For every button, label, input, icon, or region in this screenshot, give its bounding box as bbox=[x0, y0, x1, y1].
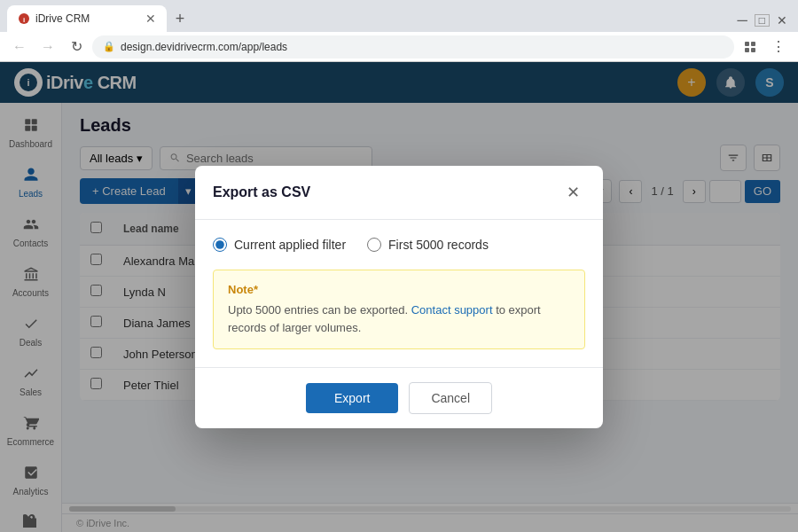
browser-chrome: i iDrive CRM ✕ + ─ □ ✕ ← → ↻ 🔒 design.de… bbox=[0, 0, 798, 62]
extensions-btn[interactable] bbox=[738, 35, 763, 59]
address-bar[interactable]: 🔒 design.devidrivecrm.com/app/leads bbox=[92, 35, 734, 59]
first-5000-label: First 5000 records bbox=[388, 238, 489, 252]
note-text: Upto 5000 entries can be exported. Conta… bbox=[228, 301, 570, 336]
url-text: design.devidrivecrm.com/app/leads bbox=[121, 41, 287, 53]
back-btn[interactable]: ← bbox=[7, 35, 32, 59]
current-filter-option[interactable]: Current applied filter bbox=[213, 238, 346, 252]
favicon: i bbox=[18, 12, 30, 25]
svg-rect-4 bbox=[745, 48, 749, 52]
new-tab-btn[interactable]: + bbox=[167, 5, 193, 32]
first-5000-option[interactable]: First 5000 records bbox=[367, 238, 489, 252]
cancel-btn[interactable]: Cancel bbox=[409, 382, 492, 414]
reload-btn[interactable]: ↻ bbox=[64, 35, 89, 59]
export-btn[interactable]: Export bbox=[306, 383, 398, 413]
export-csv-modal: Export as CSV ✕ Current applied filter F… bbox=[195, 166, 603, 428]
contact-support-link[interactable]: Contact support bbox=[411, 303, 493, 317]
modal-overlay[interactable]: Export as CSV ✕ Current applied filter F… bbox=[0, 62, 798, 532]
tab-title: iDrive CRM bbox=[35, 12, 140, 25]
svg-rect-2 bbox=[745, 42, 749, 46]
more-btn[interactable]: ⋮ bbox=[766, 35, 791, 59]
svg-text:i: i bbox=[23, 16, 25, 24]
modal-header: Export as CSV ✕ bbox=[195, 166, 603, 220]
svg-rect-5 bbox=[751, 48, 755, 52]
note-box: Note* Upto 5000 entries can be exported.… bbox=[213, 270, 585, 349]
modal-footer: Export Cancel bbox=[195, 367, 603, 428]
close-window-btn[interactable]: ✕ bbox=[773, 13, 791, 27]
note-text-before: Upto 5000 entries can be exported. bbox=[228, 303, 408, 317]
lock-icon: 🔒 bbox=[103, 41, 115, 52]
tab-close-btn[interactable]: ✕ bbox=[145, 12, 156, 26]
maximize-btn[interactable]: □ bbox=[755, 14, 770, 27]
browser-controls: ← → ↻ 🔒 design.devidrivecrm.com/app/lead… bbox=[0, 32, 798, 62]
modal-body: Current applied filter First 5000 record… bbox=[195, 220, 603, 367]
forward-btn[interactable]: → bbox=[35, 35, 60, 59]
minimize-btn[interactable]: ─ bbox=[733, 12, 750, 28]
first-5000-radio[interactable] bbox=[367, 238, 381, 252]
current-filter-radio[interactable] bbox=[213, 238, 227, 252]
modal-title: Export as CSV bbox=[213, 184, 310, 200]
tab-bar: i iDrive CRM ✕ + ─ □ ✕ bbox=[0, 0, 798, 32]
export-options: Current applied filter First 5000 record… bbox=[213, 238, 585, 252]
current-filter-label: Current applied filter bbox=[234, 238, 346, 252]
svg-rect-3 bbox=[751, 42, 755, 46]
modal-close-btn[interactable]: ✕ bbox=[560, 180, 585, 205]
active-tab[interactable]: i iDrive CRM ✕ bbox=[7, 5, 167, 32]
note-title: Note* bbox=[228, 283, 570, 296]
